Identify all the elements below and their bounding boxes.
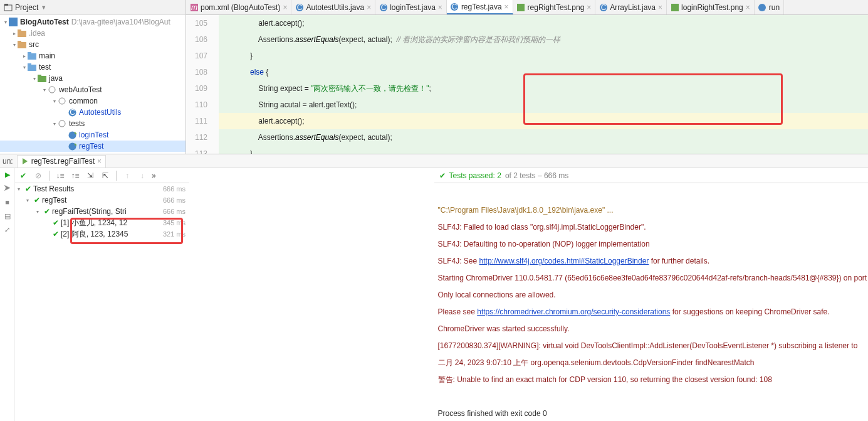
pin-icon[interactable]: ⤢ (3, 225, 13, 235)
svg-point-13 (49, 87, 55, 93)
svg-point-14 (59, 98, 65, 104)
close-icon[interactable]: × (438, 3, 442, 12)
java-test-icon (68, 142, 76, 151)
tree-item-selected[interactable]: regTest (0, 141, 186, 152)
tab-arraylist[interactable]: CArrayList.java× (595, 0, 667, 14)
svg-text:m: m (191, 4, 197, 11)
svg-rect-10 (28, 63, 31, 65)
tab-autotestutils[interactable]: CAutotestUtils.java× (291, 0, 375, 14)
editor-body[interactable]: 105106107108109110111112113 alert.accept… (186, 15, 868, 154)
test-tree[interactable]: ▾✔Test Results666 ms ▾✔regTest666 ms ▾✔r… (15, 183, 189, 421)
close-icon[interactable]: × (658, 3, 662, 12)
editor-panel: mpom.xml (BlogAutoTest)× CAutotestUtils.… (186, 0, 868, 154)
sort-icon[interactable]: ↓≡ (55, 170, 66, 181)
folder-icon (18, 29, 26, 38)
close-icon[interactable]: × (97, 157, 102, 166)
sort2-icon[interactable]: ↑≡ (70, 170, 81, 181)
stop-icon[interactable]: ■ (3, 197, 13, 207)
png-icon (517, 3, 525, 11)
tree-item[interactable]: ▾webAutoTest (0, 84, 186, 95)
tree-item[interactable]: CAutotestUtils (0, 107, 186, 118)
tree-item[interactable]: loginTest (0, 129, 186, 141)
test-row[interactable]: ▾✔regTest666 ms (15, 195, 189, 206)
editor-tabs: mpom.xml (BlogAutoTest)× CAutotestUtils.… (186, 0, 868, 15)
nav-down-icon[interactable]: ↓ (137, 170, 148, 181)
tree-item[interactable]: ▾test (0, 61, 186, 73)
svg-rect-31 (671, 4, 679, 11)
collapse-icon[interactable]: ⇱ (100, 170, 111, 181)
run-label: un: (3, 157, 13, 166)
svg-text:C: C (601, 4, 607, 11)
tree-item[interactable]: ▾tests (0, 118, 186, 129)
run-tool-window: un: regTest.regFailTest × ▶ ⮞ ■ ▤ ⤢ ✔ ⊘ … (0, 154, 868, 421)
svg-rect-7 (28, 53, 36, 60)
tab-regright-png[interactable]: regRightTest.png× (513, 0, 596, 14)
svg-rect-6 (18, 41, 21, 43)
project-panel: Project ▼ ▾ BlogAutoTest D:\java-gitee\j… (0, 0, 186, 154)
close-icon[interactable]: × (283, 3, 287, 12)
tree-item[interactable]: ▾common (0, 95, 186, 107)
test-row[interactable]: ▾✔regFailTest(String, Stri666 ms (15, 206, 189, 217)
run-header: un: regTest.regFailTest × (0, 154, 868, 168)
tab-run[interactable]: run (755, 0, 784, 14)
tab-logintest[interactable]: CloginTest.java× (375, 0, 447, 14)
test-summary-bar: ✔ Tests passed: 2 of 2 tests – 666 ms (434, 168, 869, 183)
project-title[interactable]: Project (15, 3, 38, 12)
tree-path: D:\java-gitee\java104\BlogAut (71, 18, 170, 26)
tree-label: BlogAutoTest (20, 18, 69, 26)
close-icon[interactable]: × (587, 3, 591, 12)
project-icon (4, 3, 13, 12)
test-row[interactable]: ✔[1] 小鱼儿, 1234, 12345 ms (15, 217, 189, 228)
nav-up-icon[interactable]: ↑ (122, 170, 133, 181)
console-output[interactable]: "C:\Program Files\Java\jdk1.8.0_192\bin\… (434, 183, 869, 421)
gutter: 105106107108109110111112113 (186, 15, 219, 154)
svg-rect-12 (38, 75, 41, 77)
module-icon (9, 18, 18, 26)
test-row[interactable]: ✔[2] 阿良, 123, 12345321 ms (15, 228, 189, 240)
test-folder-icon (38, 74, 46, 83)
tree-item[interactable]: ▸main (0, 50, 186, 61)
tree-root[interactable]: ▾ BlogAutoTest D:\java-gitee\java104\Blo… (0, 16, 186, 28)
tree-item[interactable]: ▾java (0, 73, 186, 84)
java-icon: C (295, 3, 303, 11)
svg-rect-11 (38, 76, 46, 82)
tab-regtest[interactable]: CregTest.java× (447, 0, 513, 14)
svg-text:C: C (380, 4, 386, 11)
chevron-down-icon[interactable]: ▼ (41, 4, 46, 11)
folder-icon (28, 63, 36, 72)
filter-disabled-icon[interactable]: ⊘ (33, 170, 44, 181)
rerun-icon[interactable]: ▶ (3, 169, 13, 179)
folder-icon (18, 40, 26, 49)
tab-pom[interactable]: mpom.xml (BlogAutoTest)× (186, 0, 291, 14)
project-tree[interactable]: ▾ BlogAutoTest D:\java-gitee\java104\Blo… (0, 15, 186, 154)
layout-icon[interactable]: ▤ (3, 211, 13, 221)
close-icon[interactable]: × (367, 3, 371, 12)
package-icon (48, 85, 56, 94)
expand-icon[interactable]: ⇲ (85, 170, 96, 181)
java-icon: C (379, 3, 387, 11)
run-tab[interactable]: regTest.regFailTest × (17, 155, 106, 168)
close-icon[interactable]: × (505, 3, 509, 11)
java-icon: C (451, 3, 459, 11)
slf4j-link[interactable]: http://www.slf4j.org/codes.html#StaticLo… (479, 257, 649, 265)
java-icon (758, 3, 766, 11)
ok-icon[interactable]: ✔ (18, 170, 29, 181)
chromedriver-link[interactable]: https://chromedriver.chromium.org/securi… (477, 307, 670, 316)
project-header: Project ▼ (0, 0, 186, 15)
maven-icon: m (190, 3, 198, 11)
svg-rect-9 (28, 65, 36, 71)
svg-rect-0 (4, 5, 12, 11)
toggle-icon[interactable]: ⮞ (3, 183, 13, 193)
tab-loginright-png[interactable]: loginRightTest.png× (667, 0, 755, 14)
java-test-icon (68, 131, 76, 139)
close-icon[interactable]: × (746, 3, 750, 12)
tree-item[interactable]: ▸.idea (0, 28, 186, 39)
svg-rect-2 (9, 18, 18, 26)
check-icon: ✔ (439, 171, 446, 180)
java-class-icon: C (68, 108, 76, 117)
code-area[interactable]: alert.accept(); Assertions.assertEquals(… (219, 15, 868, 154)
test-green-icon (21, 157, 29, 165)
test-row[interactable]: ▾✔Test Results666 ms (15, 183, 189, 195)
check-icon: ✔ (53, 230, 59, 238)
tree-item[interactable]: ▾src (0, 39, 186, 50)
